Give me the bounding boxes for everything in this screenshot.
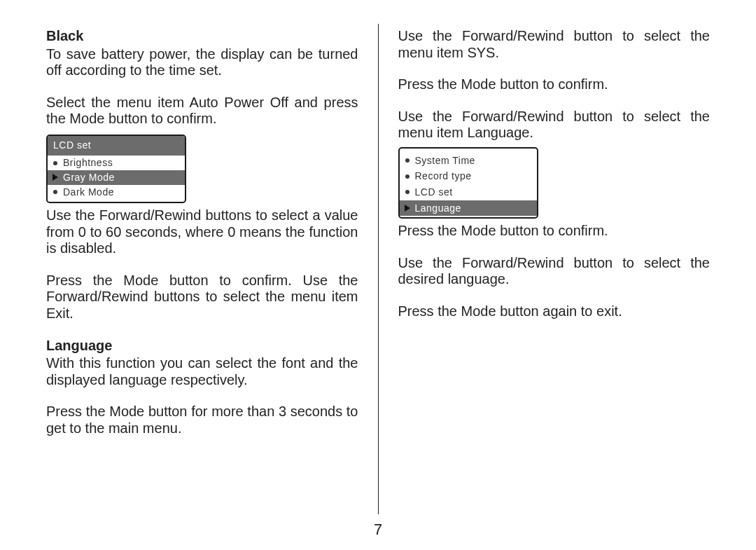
lcd-row: Dark Mode (48, 185, 185, 202)
para: Use the Forward/Rewind button to select … (398, 109, 710, 142)
lcd-item-label: Dark Mode (59, 186, 114, 198)
bullet-icon (52, 190, 59, 194)
lcd-item-label: Brightness (59, 157, 113, 169)
left-column: Black To save battery power, the display… (34, 28, 378, 504)
lcd-item-label: Record type (411, 170, 472, 182)
page-body: Black To save battery power, the display… (0, 0, 756, 504)
sys-menu-screenshot: System Time Record type LCD set Language (398, 147, 538, 219)
bullet-icon (404, 190, 411, 194)
para: Press the Mode button again to exit. (398, 303, 710, 320)
heading-language: Language (46, 338, 358, 355)
bullet-icon (52, 161, 59, 165)
page-number: 7 (0, 521, 756, 539)
lcd-item-label: System Time (411, 155, 475, 167)
heading-black: Black (46, 28, 358, 45)
lcd-item-label: LCD set (411, 186, 453, 198)
lcd-row: System Time (400, 153, 537, 169)
para: Press the Mode button to confirm. (398, 76, 710, 93)
right-column: Use the Forward/Rewind button to select … (379, 28, 723, 504)
para: Press the Mode button to confirm. Use th… (46, 273, 358, 322)
para: Use the Forward/Rewind buttons to select… (46, 207, 358, 257)
para: Press the Mode button for more than 3 se… (46, 404, 358, 436)
lcd-item-label: Language (411, 202, 461, 214)
pointer-icon (52, 174, 59, 181)
lcd-row: Brightness (48, 156, 185, 170)
para: Use the Forward/Rewind button to select … (398, 255, 710, 288)
lcd-set-screenshot: LCD set Brightness Gray Mode Dark Mode (46, 135, 186, 203)
lcd-row: LCD set (400, 184, 537, 200)
pointer-icon (404, 205, 411, 212)
lcd-row-selected: Language (400, 200, 537, 216)
para: Use the Forward/Rewind button to select … (398, 28, 710, 61)
lcd-item-label: Gray Mode (59, 172, 115, 184)
para: Press the Mode button to confirm. (398, 223, 710, 240)
para: To save battery power, the display can b… (46, 46, 358, 79)
bullet-icon (404, 158, 411, 163)
lcd-row-selected: Gray Mode (48, 170, 185, 185)
bullet-icon (404, 174, 411, 179)
para: Select the menu item Auto Power Off and … (46, 95, 358, 128)
lcd-row: Record type (400, 168, 537, 184)
para: With this function you can select the fo… (46, 355, 358, 388)
lcd-title: LCD set (48, 136, 185, 156)
